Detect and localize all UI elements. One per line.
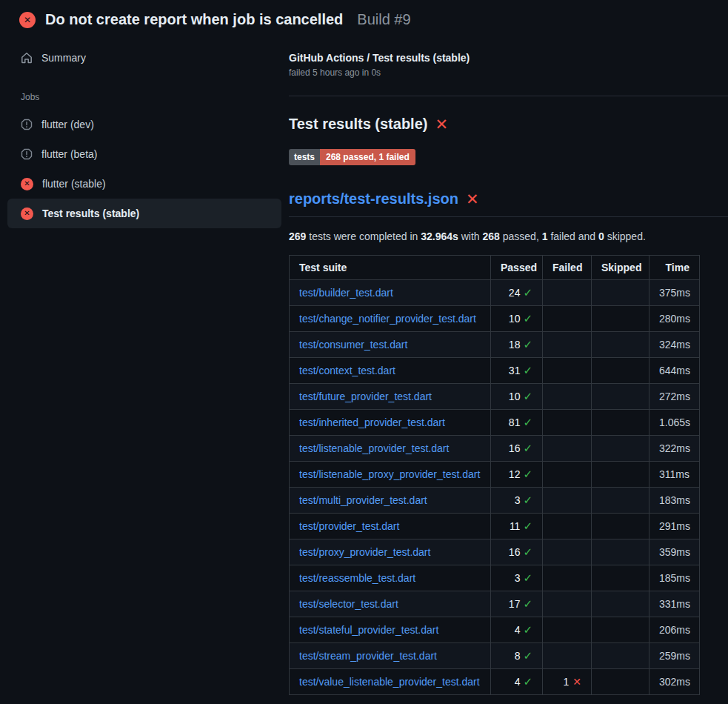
tests-badge: tests 268 passed, 1 failed [289, 149, 415, 165]
failed-cell [543, 410, 592, 436]
table-row: test/future_provider_test.dart 10 272ms [290, 384, 700, 410]
check-icon [520, 598, 532, 610]
table-row: test/provider_test.dart 11 291ms [290, 514, 700, 539]
table-row: test/stream_provider_test.dart 8 259ms [290, 643, 700, 669]
table-row: test/change_notifier_provider_test.dart … [290, 306, 700, 332]
failed-cell [543, 617, 592, 643]
suite-link[interactable]: test/multi_provider_test.dart [299, 494, 427, 506]
suite-link[interactable]: test/stateful_provider_test.dart [299, 624, 438, 636]
summary-part: 268 [483, 230, 500, 242]
table-row: test/consumer_test.dart 18 324ms [290, 332, 700, 358]
sidebar: Summary Jobs flutter (dev) flutter (beta… [0, 37, 289, 228]
results-table: Test suite Passed Failed Skipped Time te… [289, 255, 700, 695]
suite-link[interactable]: test/selector_test.dart [299, 598, 398, 610]
suite-link[interactable]: test/stream_provider_test.dart [299, 650, 437, 662]
build-number: Build #9 [357, 11, 410, 28]
section-heading-text: Test results (stable) [289, 116, 427, 133]
jobs-section-label: Jobs [0, 92, 289, 102]
summary-part: 0 [598, 230, 604, 242]
x-icon: ✕ [435, 116, 448, 132]
suite-link[interactable]: test/context_test.dart [299, 365, 395, 376]
check-icon [520, 572, 532, 584]
breadcrumb: GitHub Actions / Test results (stable) [289, 52, 728, 64]
time-value: 375ms [649, 280, 700, 306]
col-passed: Passed [491, 256, 543, 280]
failed-cell [543, 280, 592, 306]
table-row: test/listenable_provider_test.dart 16 32… [290, 436, 700, 462]
skipped-cell [592, 358, 649, 384]
sidebar-item-flutter-dev[interactable]: flutter (dev) [7, 110, 281, 139]
sidebar-item-label: flutter (beta) [41, 148, 97, 160]
failed-cell [543, 591, 592, 617]
suite-link[interactable]: test/reassemble_test.dart [299, 572, 415, 584]
sidebar-item-flutter-beta[interactable]: flutter (beta) [7, 139, 281, 169]
failed-cell [543, 539, 592, 565]
table-row: test/value_listenable_provider_test.dart… [290, 669, 700, 695]
summary-part: 269 [289, 230, 306, 242]
suite-link[interactable]: test/future_provider_test.dart [299, 391, 432, 402]
summary-part: 32.964s [421, 230, 458, 242]
suite-link[interactable]: test/change_notifier_provider_test.dart [299, 313, 476, 325]
suite-link[interactable]: test/listenable_proxy_provider_test.dart [299, 468, 480, 480]
sidebar-item-summary[interactable]: Summary [7, 46, 281, 70]
sidebar-item-label: Summary [41, 52, 86, 64]
summary-part: passed, [500, 230, 542, 242]
skipped-cell [592, 565, 649, 591]
time-value: 324ms [649, 332, 700, 358]
x-circle-fill-icon [21, 178, 33, 190]
skipped-cell [592, 462, 649, 488]
passed-count: 16 [509, 546, 521, 558]
failed-cell [543, 358, 592, 384]
time-value: 185ms [649, 565, 700, 591]
table-row: test/builder_test.dart 24 375ms [290, 280, 700, 306]
time-value: 183ms [649, 488, 700, 514]
failed-cell [543, 332, 592, 358]
table-row: test/listenable_proxy_provider_test.dart… [290, 462, 700, 488]
table-row: test/proxy_provider_test.dart 16 359ms [290, 539, 700, 565]
check-icon [520, 416, 532, 428]
badge-label: tests [289, 149, 320, 165]
table-row: test/multi_provider_test.dart 3 183ms [290, 488, 700, 514]
sidebar-item-test-results-stable[interactable]: Test results (stable) [7, 199, 281, 228]
time-value: 280ms [649, 306, 700, 332]
time-value: 331ms [649, 591, 700, 617]
suite-link[interactable]: test/inherited_provider_test.dart [299, 416, 445, 428]
sidebar-item-label: flutter (stable) [42, 178, 106, 190]
suite-link[interactable]: test/builder_test.dart [299, 287, 393, 299]
time-value: 359ms [649, 539, 700, 565]
failed-cell [543, 514, 592, 539]
summary-part: failed and [548, 230, 599, 242]
failed-cell [543, 384, 592, 410]
x-icon: ✕ [466, 191, 479, 207]
passed-count: 16 [509, 442, 521, 454]
check-icon [520, 676, 532, 688]
skipped-cell [592, 306, 649, 332]
run-header: Do not create report when job is cancell… [0, 0, 728, 37]
check-icon [520, 391, 532, 402]
suite-link[interactable]: test/proxy_provider_test.dart [299, 546, 430, 558]
time-value: 291ms [649, 514, 700, 539]
report-link[interactable]: reports/test-results.json [289, 190, 458, 207]
run-meta: failed 5 hours ago in 0s [289, 67, 728, 78]
suite-link[interactable]: test/value_listenable_provider_test.dart [299, 676, 480, 688]
sidebar-item-label: Test results (stable) [42, 207, 139, 219]
skipped-cell [592, 539, 649, 565]
table-row: test/selector_test.dart 17 331ms [290, 591, 700, 617]
time-value: 206ms [649, 617, 700, 643]
skipped-cell [592, 410, 649, 436]
skipped-cell [592, 617, 649, 643]
failed-cell [543, 462, 592, 488]
table-header-row: Test suite Passed Failed Skipped Time [290, 256, 700, 280]
failed-cell [543, 643, 592, 669]
time-value: 302ms [649, 669, 700, 695]
suite-link[interactable]: test/listenable_provider_test.dart [299, 442, 449, 454]
suite-link[interactable]: test/provider_test.dart [299, 520, 399, 532]
sidebar-item-flutter-stable[interactable]: flutter (stable) [7, 169, 281, 199]
check-icon [520, 365, 532, 376]
check-icon [520, 442, 532, 454]
suite-link[interactable]: test/consumer_test.dart [299, 339, 407, 351]
home-icon [21, 52, 33, 64]
check-icon [520, 313, 532, 325]
table-row: test/stateful_provider_test.dart 4 206ms [290, 617, 700, 643]
divider [289, 96, 728, 96]
